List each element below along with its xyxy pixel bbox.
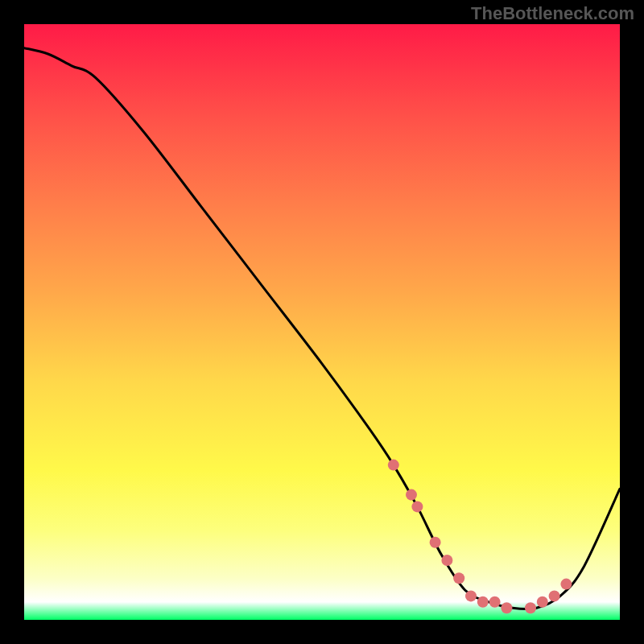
chart-marker-point — [465, 590, 477, 601]
chart-marker-point — [411, 501, 423, 512]
chart-marker-point — [525, 602, 536, 613]
chart-marker-point — [430, 537, 441, 548]
chart-marker-point — [501, 602, 512, 613]
chart-curve — [24, 48, 620, 609]
chart-marker-point — [477, 597, 489, 608]
chart-marker-point — [406, 489, 417, 501]
chart-marker-point — [453, 572, 464, 584]
chart-markers — [388, 460, 572, 614]
chart-marker-point — [549, 590, 560, 601]
chart-marker-point — [388, 460, 399, 471]
chart-marker-point — [441, 555, 452, 566]
chart-marker-point — [489, 597, 501, 608]
chart-plot-area — [24, 24, 620, 620]
watermark-text: TheBottleneck.com — [471, 3, 634, 24]
chart-svg — [24, 24, 620, 620]
chart-marker-point — [560, 579, 572, 590]
chart-marker-point — [537, 597, 548, 608]
